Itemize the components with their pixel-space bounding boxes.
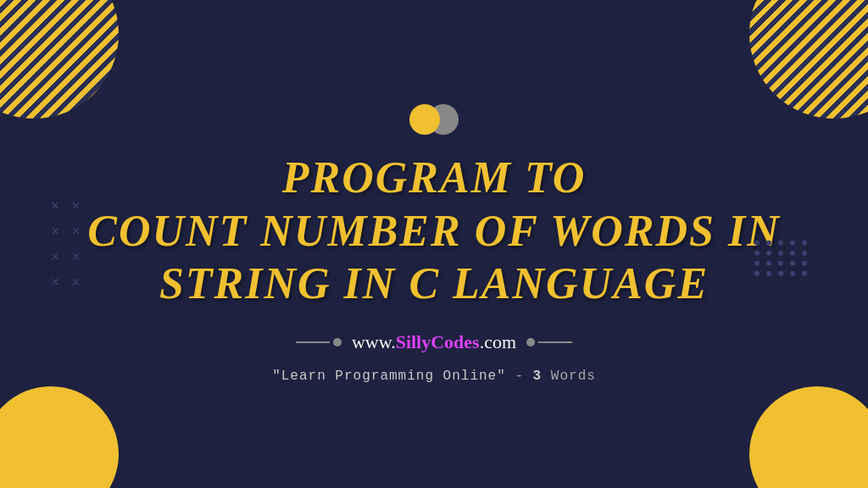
x-mark: ×: [71, 274, 80, 290]
subtitle-count: 3: [533, 369, 542, 384]
dash-dot-left: [333, 338, 342, 347]
x-mark: ×: [51, 224, 59, 239]
x-mark: ×: [51, 198, 59, 214]
url-suffix: .com: [480, 331, 516, 352]
url-dash-left: [296, 338, 342, 347]
subtitle-separator: -: [506, 369, 533, 384]
subtitle-quote: "Learn Programming Online": [272, 369, 506, 384]
decorative-circle-bottom-right: [749, 386, 868, 488]
x-mark: ×: [71, 224, 80, 239]
dash-dot-right: [526, 338, 535, 347]
x-mark: ×: [71, 249, 80, 264]
url-line: www.SillyCodes.com: [296, 331, 572, 353]
url-text: www.SillyCodes.com: [352, 331, 516, 353]
dots-decoration: [754, 241, 809, 276]
x-mark: ×: [71, 198, 80, 214]
url-dash-right: [526, 338, 572, 347]
decorative-circle-top-right: [749, 0, 868, 119]
dash-line-left: [296, 341, 330, 343]
main-container: × × × × × × × × PROGRAM TO COUNT NUMBER …: [0, 0, 868, 488]
title-line-3: STRING IN C LANGUAGE: [87, 258, 781, 310]
title-line-1: PROGRAM TO: [87, 152, 781, 204]
x-mark: ×: [51, 274, 59, 290]
url-brand: SillyCodes: [396, 331, 480, 352]
main-title: PROGRAM TO COUNT NUMBER OF WORDS IN STRI…: [87, 152, 781, 310]
x-marks-decoration: × × × × × × × ×: [51, 198, 81, 290]
url-prefix: www.: [352, 331, 396, 352]
logo-circles: [409, 104, 459, 135]
subtitle: "Learn Programming Online" - 3 Words: [272, 369, 596, 384]
decorative-circle-bottom-left: [0, 386, 119, 488]
title-line-2: COUNT NUMBER OF WORDS IN: [87, 205, 781, 258]
dash-line-right: [538, 341, 572, 343]
decorative-circle-top-left: [0, 0, 119, 119]
subtitle-label: Words: [551, 369, 596, 384]
x-mark: ×: [51, 249, 59, 264]
